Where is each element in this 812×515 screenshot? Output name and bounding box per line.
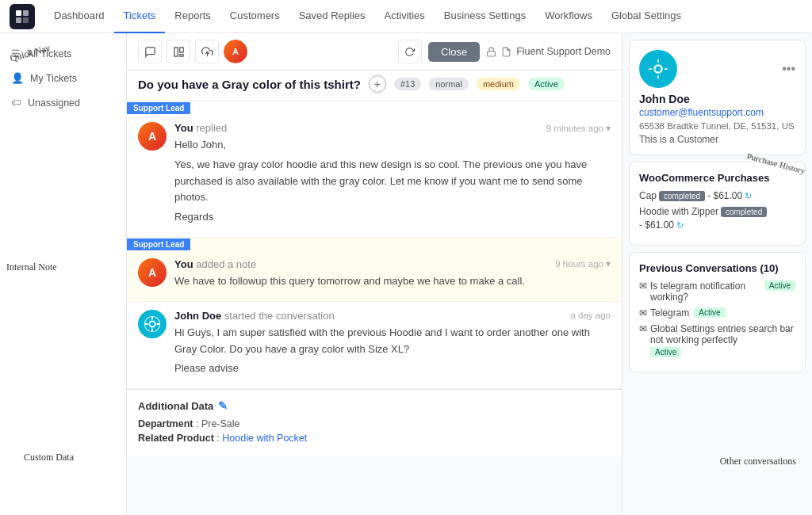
right-panel: ••• John Doe customer@fluentsupport.com … [622, 33, 812, 515]
layout-icon-btn[interactable] [167, 40, 190, 63]
unassigned-icon: 🏷 [11, 97, 21, 109]
status-badge: Active [528, 78, 565, 90]
woocommerce-title: WooCommerce Purchases [639, 172, 795, 184]
ticket-title: Do you have a Gray color of this tshirt? [138, 78, 361, 91]
type-badge: medium [477, 78, 520, 90]
svg-rect-0 [16, 10, 21, 16]
svg-rect-2 [16, 17, 21, 23]
message-text-1: Hello John, Yes, we have gray color hood… [174, 137, 611, 226]
user-icon: 👤 [11, 72, 24, 84]
conv-item-1: ✉ Is telegram notification working? Acti… [639, 280, 795, 303]
additional-data-department: Department : Pre-Sale [138, 418, 611, 429]
customer-avatar-msg [138, 310, 167, 338]
nav-global-settings[interactable]: Global Settings [602, 0, 691, 33]
additional-data-section: Additional Data ✎ Department : Pre-Sale … [127, 389, 622, 456]
customer-menu-dots[interactable]: ••• [782, 62, 795, 76]
ticket-title-bar: Do you have a Gray color of this tshirt?… [127, 71, 622, 101]
agent-avatar: A [138, 122, 167, 151]
customer-avatar-circle [639, 50, 677, 88]
message-inner-1: A You replied 9 minutes ago ▾ [127, 114, 622, 237]
product-link[interactable]: Hoodie with Pocket [222, 433, 307, 444]
conv-item-3: ✉ Global Settings entries search bar not… [639, 323, 795, 357]
message-inner-2: A You added a note 9 hours ago ▾ [127, 250, 622, 301]
woocommerce-card: WooCommerce Purchases Cap completed - $6… [629, 162, 806, 246]
message-text-3: Hi Guys, I am super satisfied with the p… [174, 325, 611, 377]
support-lead-badge-2: Support Lead [127, 238, 190, 250]
conv-badge-1: Active [764, 280, 795, 291]
svg-rect-6 [179, 54, 182, 56]
message-note-1: Support Lead A You added a note 9 hours … [127, 238, 622, 302]
additional-data-product: Related Product : Hoodie with Pocket [138, 433, 611, 444]
sidebar-my-tickets[interactable]: 👤 My Tickets [0, 66, 126, 90]
message-action-2: added a note [196, 258, 256, 270]
message-action-3: started the conversation [224, 310, 335, 322]
main-layout: ☰ All Tickets 👤 My Tickets 🏷 Unassigned [0, 33, 812, 515]
nav-tickets[interactable]: Tickets [114, 0, 166, 33]
close-button[interactable]: Close [428, 42, 480, 62]
messages-area: Support Lead A You replied 9 minutes ago… [127, 101, 622, 515]
add-tag-button[interactable]: + [369, 75, 386, 93]
ticket-meta-right: Fluent Support Demo [486, 46, 611, 57]
message-time-2: 9 hours ago ▾ [555, 258, 611, 269]
nav-reports[interactable]: Reports [165, 0, 220, 33]
ticket-icon: ☰ [11, 48, 21, 59]
message-author-1: You [174, 122, 193, 134]
nav-business-settings[interactable]: Business Settings [435, 0, 535, 33]
priority-badge: normal [429, 78, 469, 90]
cloud-icon-btn[interactable] [195, 40, 219, 63]
refresh-icon-2[interactable]: ↻ [676, 220, 684, 231]
ticket-number: #13 [394, 78, 421, 90]
previous-conversations-card: Previous Conversations (10) ✉ Is telegra… [629, 252, 806, 372]
conv-badge-3: Active [650, 347, 681, 357]
customer-address: 65538 Bradtke Tunnel, DE, 51531, US [639, 121, 795, 131]
customer-card: ••• John Doe customer@fluentsupport.com … [629, 40, 806, 155]
nav-activities[interactable]: Activities [375, 0, 435, 33]
message-author-3: John Doe [174, 310, 221, 322]
agent-avatar-small: A [224, 40, 247, 63]
purchase-item-1: Cap completed - $61.00 ↻ [639, 190, 795, 201]
message-content-3: John Doe started the conversation a day … [174, 310, 611, 380]
message-content-2: You added a note 9 hours ago ▾ We have t… [174, 258, 611, 293]
nav-customers[interactable]: Customers [220, 0, 289, 33]
message-header-2: You added a note 9 hours ago ▾ [174, 258, 611, 270]
support-lead-badge-1: Support Lead [127, 102, 190, 114]
ticket-action-group: A [138, 40, 392, 63]
message-reply-1: Support Lead A You replied 9 minutes ago… [127, 101, 622, 238]
sidebar-unassigned[interactable]: 🏷 Unassigned [0, 90, 126, 115]
purchase-status-2: completed [721, 207, 767, 217]
message-customer-1: John Doe started the conversation a day … [127, 302, 622, 389]
nav-saved-replies[interactable]: Saved Replies [289, 0, 375, 33]
refresh-icon-btn[interactable] [398, 40, 422, 63]
content-area: A Close Fluent Support Demo Do you have … [127, 33, 622, 515]
message-action-1: replied [196, 122, 227, 134]
edit-icon[interactable]: ✎ [218, 399, 228, 412]
message-author-2: You [174, 258, 193, 270]
sidebar: ☰ All Tickets 👤 My Tickets 🏷 Unassigned [0, 33, 127, 515]
message-time-3: a day ago [570, 311, 611, 320]
previous-conversations-title: Previous Conversations (10) [639, 262, 795, 274]
purchase-status-1: completed [659, 191, 705, 201]
message-header-3: John Doe started the conversation a day … [174, 310, 611, 322]
customer-name: John Doe [639, 93, 795, 105]
message-text-2: We have to followup this query tomorrow … [174, 273, 611, 290]
purchase-item-2: Hoodie with Zipper completed - $61.00 ↻ [639, 206, 795, 231]
refresh-icon-1[interactable]: ↻ [745, 191, 752, 201]
customer-avatar-row: ••• [639, 50, 795, 88]
conv-item-2: ✉ Telegram Active [639, 307, 795, 319]
message-content-1: You replied 9 minutes ago ▾ Hello John, … [174, 122, 611, 229]
customer-email[interactable]: customer@fluentsupport.com [639, 107, 795, 118]
nav-workflows[interactable]: Workflows [535, 0, 602, 33]
sidebar-all-tickets[interactable]: ☰ All Tickets [0, 41, 126, 66]
nav-dashboard[interactable]: Dashboard [44, 0, 114, 33]
message-header-1: You replied 9 minutes ago ▾ [174, 122, 611, 134]
message-time-1: 9 minutes ago ▾ [546, 123, 611, 134]
additional-data-title: Additional Data ✎ [138, 399, 611, 412]
business-name: Fluent Support Demo [516, 46, 611, 57]
chat-icon-btn[interactable] [138, 40, 162, 63]
svg-rect-5 [179, 47, 182, 52]
svg-rect-4 [174, 47, 177, 55]
agent-avatar-note: A [138, 258, 167, 287]
top-nav: Dashboard Tickets Reports Customers Save… [0, 0, 812, 33]
svg-rect-8 [488, 51, 496, 55]
ticket-toolbar: A Close Fluent Support Demo [127, 33, 622, 71]
